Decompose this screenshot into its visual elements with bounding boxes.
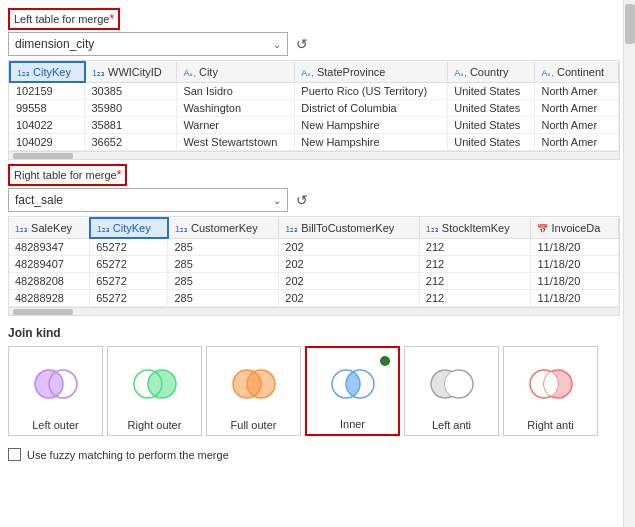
join-option-full-outer[interactable]: Full outer [206, 346, 301, 436]
full-outer-label: Full outer [231, 419, 277, 431]
cell: Warner [177, 117, 295, 134]
left-outer-icon-area [31, 353, 81, 415]
cell: San Isidro [177, 82, 295, 100]
cell: West Stewartstown [177, 134, 295, 151]
billtocustomerkey-icon: 1₂₃ [285, 224, 298, 234]
country-icon: Aₓ, [454, 68, 467, 78]
left-table-label: Left table for merge [14, 13, 109, 25]
left-outer-label: Left outer [32, 419, 78, 431]
continent-icon: Aₓ, [541, 68, 554, 78]
stockitemkey-icon: 1₂₃ [426, 224, 439, 234]
left-table-container: 1₂₃ CityKey 1₂₃ WWICityID Aₓ, City Aₓ, S… [8, 60, 620, 160]
left-col-wwicityid[interactable]: 1₂₃ WWICityID [85, 62, 177, 82]
cell: 36652 [85, 134, 177, 151]
left-table-required: * [109, 12, 114, 26]
left-table-selected-value: dimension_city [15, 37, 94, 51]
cell: North Amer [535, 134, 619, 151]
cell: 212 [419, 290, 531, 307]
left-table-section: Left table for merge* dimension_city ⌄ ↺… [8, 8, 635, 164]
main-container: Left table for merge* dimension_city ⌄ ↺… [0, 0, 635, 527]
table-row: 482893476527228520221211/18/20 [9, 238, 619, 256]
cell: 65272 [90, 273, 168, 290]
right-col-stockitemkey[interactable]: 1₂₃ StockItemKey [419, 218, 531, 238]
left-col-continent[interactable]: Aₓ, Continent [535, 62, 619, 82]
cell: 285 [168, 290, 279, 307]
left-col-country[interactable]: Aₓ, Country [448, 62, 535, 82]
cell: 65272 [90, 238, 168, 256]
right-table-container: 1₂₃ SaleKey 1₂₃ CityKey 1₂₃ CustomerKey … [8, 216, 620, 316]
left-col-city[interactable]: Aₓ, City [177, 62, 295, 82]
right-table-header-row: 1₂₃ SaleKey 1₂₃ CityKey 1₂₃ CustomerKey … [9, 218, 619, 238]
right-table-scrollbar[interactable] [9, 307, 619, 315]
cell: 48289347 [9, 238, 90, 256]
table-row: 9955835980WashingtonDistrict of Columbia… [10, 100, 619, 117]
right-table-wrapper: 1₂₃ SaleKey 1₂₃ CityKey 1₂₃ CustomerKey … [9, 217, 619, 307]
cell: 35980 [85, 100, 177, 117]
right-col-customerkey[interactable]: 1₂₃ CustomerKey [168, 218, 279, 238]
right-table-section: Right table for merge* fact_sale ⌄ ↺ 1₂₃… [8, 164, 635, 320]
right-table-scrollbar-thumb [13, 309, 73, 315]
fuzzy-label: Use fuzzy matching to perform the merge [27, 449, 229, 461]
cell: 285 [168, 273, 279, 290]
join-options: Left outer Right outer Full outer [8, 346, 635, 436]
wwicityid-icon: 1₂₃ [92, 68, 105, 78]
fuzzy-row: Use fuzzy matching to perform the merge [8, 448, 635, 461]
left-table: 1₂₃ CityKey 1₂₃ WWICityID Aₓ, City Aₓ, S… [9, 61, 619, 151]
table-row: 482882086527228520221211/18/20 [9, 273, 619, 290]
page-scrollbar[interactable] [623, 0, 635, 527]
left-table-refresh-button[interactable]: ↺ [296, 36, 308, 52]
left-table-wrapper: 1₂₃ CityKey 1₂₃ WWICityID Aₓ, City Aₓ, S… [9, 61, 619, 151]
right-col-invoiceda[interactable]: 📅 InvoiceDa [531, 218, 619, 238]
right-anti-label: Right anti [527, 419, 573, 431]
r-citykey-icon: 1₂₃ [97, 224, 110, 234]
svg-point-3 [148, 370, 176, 398]
cell: 202 [279, 238, 420, 256]
right-table-label: Right table for merge [14, 169, 117, 181]
cell: 30385 [85, 82, 177, 100]
right-table-label-box: Right table for merge* [8, 164, 127, 186]
cell: 212 [419, 256, 531, 273]
left-table-dropdown[interactable]: dimension_city ⌄ [8, 32, 288, 56]
left-table-label-box: Left table for merge* [8, 8, 120, 30]
right-table-dropdown[interactable]: fact_sale ⌄ [8, 188, 288, 212]
citykey-icon: 1₂₃ [17, 68, 30, 78]
cell: 48289407 [9, 256, 90, 273]
cell: 48288928 [9, 290, 90, 307]
cell: District of Columbia [295, 100, 448, 117]
svg-point-5 [247, 370, 275, 398]
cell: 202 [279, 256, 420, 273]
stateprovince-icon: Aₓ, [301, 68, 314, 78]
cell: 212 [419, 273, 531, 290]
right-col-salekey[interactable]: 1₂₃ SaleKey [9, 218, 90, 238]
join-option-inner[interactable]: Inner [305, 346, 400, 436]
right-table-refresh-button[interactable]: ↺ [296, 192, 308, 208]
left-anti-icon-area [427, 353, 477, 415]
right-outer-icon-area [130, 353, 180, 415]
full-outer-venn [229, 366, 279, 402]
left-col-stateprovince[interactable]: Aₓ, StateProvince [295, 62, 448, 82]
right-anti-icon-area [526, 353, 576, 415]
left-col-citykey[interactable]: 1₂₃ CityKey [10, 62, 85, 82]
cell: Washington [177, 100, 295, 117]
left-table-scrollbar[interactable] [9, 151, 619, 159]
table-row: 482894076527228520221211/18/20 [9, 256, 619, 273]
join-option-right-anti[interactable]: Right anti [503, 346, 598, 436]
join-option-right-outer[interactable]: Right outer [107, 346, 202, 436]
cell: 102159 [10, 82, 85, 100]
join-option-left-anti[interactable]: Left anti [404, 346, 499, 436]
right-col-billtocustomerkey[interactable]: 1₂₃ BillToCustomerKey [279, 218, 420, 238]
join-option-left-outer[interactable]: Left outer [8, 346, 103, 436]
right-outer-label: Right outer [128, 419, 182, 431]
cell: 202 [279, 290, 420, 307]
cell: 104029 [10, 134, 85, 151]
fuzzy-checkbox[interactable] [8, 448, 21, 461]
cell: New Hampshire [295, 117, 448, 134]
cell: 11/18/20 [531, 273, 619, 290]
table-row: 10402235881WarnerNew HampshireUnited Sta… [10, 117, 619, 134]
right-col-citykey[interactable]: 1₂₃ CityKey [90, 218, 168, 238]
cell: North Amer [535, 117, 619, 134]
right-anti-venn [526, 366, 576, 402]
cell: North Amer [535, 100, 619, 117]
cell: Puerto Rico (US Territory) [295, 82, 448, 100]
cell: North Amer [535, 82, 619, 100]
